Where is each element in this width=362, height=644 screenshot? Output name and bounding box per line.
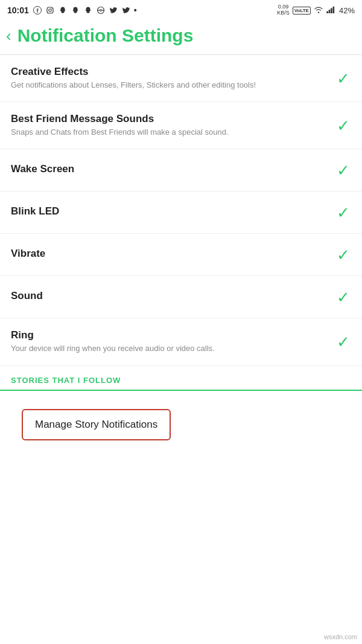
checkmark-wake-screen: ✓ xyxy=(337,163,350,178)
checkmark-blink-led: ✓ xyxy=(337,205,350,221)
settings-list: Creative Effects Get notifications about… xyxy=(0,55,362,366)
setting-item-wake-screen[interactable]: Wake Screen ✓ xyxy=(0,149,362,192)
snapchat-icon-3 xyxy=(83,6,93,14)
manage-story-container: Manage Story Notifications xyxy=(0,391,362,459)
setting-label-sound: Sound xyxy=(11,290,327,302)
svg-rect-2 xyxy=(47,7,53,13)
svg-rect-8 xyxy=(329,10,331,13)
status-time: 10:01 xyxy=(7,5,29,15)
setting-label-ring: Ring xyxy=(11,329,327,341)
volte-badge: VoLTE xyxy=(293,7,311,14)
svg-point-6 xyxy=(100,10,101,11)
setting-label-vibrate: Vibrate xyxy=(11,248,327,260)
stories-section-title: STORIES THAT I FOLLOW xyxy=(11,376,351,385)
page-title: Notification Settings xyxy=(17,25,194,46)
setting-item-best-friend-sounds[interactable]: Best Friend Message Sounds Snaps and Cha… xyxy=(0,102,362,149)
checkmark-creative-effects: ✓ xyxy=(337,71,350,86)
svg-point-3 xyxy=(49,9,51,11)
status-bar: 10:01 f xyxy=(0,0,362,19)
snapchat-icon-1 xyxy=(58,6,68,14)
signal-icon xyxy=(326,6,336,14)
checkmark-sound: ✓ xyxy=(337,289,350,305)
battery-percentage: 42% xyxy=(339,6,355,15)
setting-desc-ring: Your device will ring when you receive a… xyxy=(11,343,327,354)
svg-rect-10 xyxy=(333,7,335,13)
checkmark-vibrate: ✓ xyxy=(337,247,350,263)
svg-text:f: f xyxy=(36,8,39,14)
svg-rect-9 xyxy=(331,8,332,13)
setting-item-creative-effects[interactable]: Creative Effects Get notifications about… xyxy=(0,55,362,102)
setting-item-vibrate[interactable]: Vibrate ✓ xyxy=(0,234,362,276)
header: ‹ Notification Settings xyxy=(0,19,362,54)
setting-item-sound[interactable]: Sound ✓ xyxy=(0,276,362,318)
setting-item-blink-led[interactable]: Blink LED ✓ xyxy=(0,192,362,234)
setting-label-blink-led: Blink LED xyxy=(11,205,327,217)
setting-item-ring[interactable]: Ring Your device will ring when you rece… xyxy=(0,318,362,365)
setting-label-creative-effects: Creative Effects xyxy=(11,66,327,78)
setting-label-wake-screen: Wake Screen xyxy=(11,163,327,175)
twitter-icon-2 xyxy=(121,6,131,14)
svg-point-4 xyxy=(51,8,52,8)
manage-story-btn-label: Manage Story Notifications xyxy=(35,419,157,430)
data-speed: 0.09 KB/S xyxy=(277,4,290,16)
setting-label-best-friend-sounds: Best Friend Message Sounds xyxy=(11,113,327,125)
instagram-icon xyxy=(45,6,55,14)
stories-section-header: STORIES THAT I FOLLOW xyxy=(0,366,362,390)
status-app-icons: f xyxy=(33,5,137,15)
manage-story-notifications-button[interactable]: Manage Story Notifications xyxy=(22,409,171,440)
setting-desc-best-friend-sounds: Snaps and Chats from Best Friends will m… xyxy=(11,127,327,138)
svg-rect-7 xyxy=(326,11,328,13)
setting-desc-creative-effects: Get notifications about Lenses, Filters,… xyxy=(11,80,327,91)
status-right-icons: 0.09 KB/S VoLTE 42% xyxy=(277,4,355,16)
wifi-icon xyxy=(314,6,323,14)
checkmark-ring: ✓ xyxy=(337,334,350,350)
game-icon xyxy=(96,6,106,14)
dot-separator: • xyxy=(134,5,137,15)
twitter-icon-1 xyxy=(109,6,118,14)
snapchat-icon-2 xyxy=(71,6,80,14)
facebook-icon: f xyxy=(33,6,42,14)
watermark: wsxdn.com xyxy=(324,633,357,640)
checkmark-best-friend-sounds: ✓ xyxy=(337,118,350,134)
back-button[interactable]: ‹ xyxy=(6,28,11,43)
